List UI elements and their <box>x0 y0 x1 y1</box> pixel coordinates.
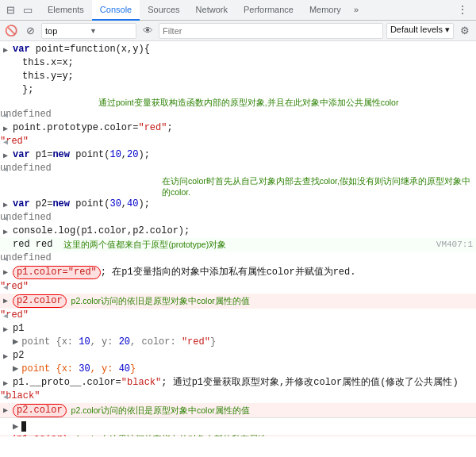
line-text: "red" <box>0 309 473 321</box>
line-text: var point=function(x,y){ <box>13 44 473 56</box>
console-output: ▶ var point=function(x,y){ this.x=x; thi… <box>0 41 476 436</box>
expand-arrow[interactable]: ◀ <box>3 213 8 225</box>
console-line: }; <box>0 83 476 97</box>
context-selector[interactable]: top ▼ <box>41 23 136 39</box>
line-text: point {x: 10, y: 20, color: "red"} <box>21 336 473 348</box>
line-text: p2 <box>13 350 473 362</box>
line-text: console.log(p1.color,p2.color); <box>13 225 473 237</box>
line-text: undefined <box>0 212 473 224</box>
console-line: ◀ undefined <box>0 211 476 225</box>
console-prompt: ▶ <box>13 421 18 432</box>
mobile-toggle-button[interactable]: ▭ <box>21 3 35 17</box>
context-value: top <box>45 26 88 36</box>
devtools-toggle-button[interactable]: ⊟ <box>3 3 17 17</box>
line-text: undefined <box>0 109 473 121</box>
context-dropdown-icon: ▼ <box>90 27 132 35</box>
console-line: ▶ p2.color p2.color访问的依旧是原型对象中color属性的值 <box>0 403 476 418</box>
tab-bar: ⊟ ▭ Elements Console Sources Network Per… <box>0 0 476 21</box>
console-line: ▶ var p2=new point(30,40); <box>0 198 476 211</box>
console-line: ▶ p1.color="red"; 在p1变量指向的对象中添加私有属性color… <box>0 265 476 280</box>
line-text: p1.color="red"; 在p1变量指向的对象中添加私有属性color并赋… <box>13 266 473 279</box>
expand-arrow[interactable]: ▶ <box>3 199 8 211</box>
clear-console-button[interactable]: 🚫 <box>3 23 19 39</box>
console-line: red red 这里的两个值都来自于原型(prototype)对象 VM407:… <box>0 238 476 252</box>
console-line: ◀ "black" <box>0 390 476 403</box>
line-text: "red" <box>0 136 473 148</box>
toolbar: 🚫 ⊘ top ▼ 👁 Default levels ▾ ⚙ <box>0 21 476 41</box>
console-line: ◀ "red" <box>0 309 476 322</box>
filter-input[interactable] <box>159 23 383 39</box>
filter-toggle-button[interactable]: ⊘ <box>22 23 38 39</box>
line-text: p2.color p2.color访问的依旧是原型对象中color属性的值 <box>13 294 473 308</box>
settings-icon[interactable]: ⋮ <box>452 3 473 17</box>
line-text: var p1=new point(10,20); <box>13 149 473 161</box>
expand-arrow[interactable]: ◀ <box>3 136 8 148</box>
console-line: ▶ point {x: 10, y: 20, color: "red"} <box>0 336 476 349</box>
console-line: ◀ undefined <box>0 108 476 121</box>
expand-arrow[interactable]: ▶ <box>3 44 8 56</box>
console-line: ◀ "red" <box>0 135 476 148</box>
line-text: point.prototype.color="red"; <box>13 122 473 134</box>
expand-arrow[interactable]: ◀ <box>3 163 8 175</box>
expand-arrow[interactable]: ▶ <box>3 267 8 278</box>
line-text: undefined <box>0 163 473 175</box>
line-text: p1 <box>13 323 473 335</box>
expand-arrow[interactable]: ▶ <box>3 123 8 135</box>
tab-more-button[interactable]: » <box>351 6 363 15</box>
console-input-line[interactable]: ▶ <box>0 417 476 435</box>
console-line: ◀ undefined <box>0 162 476 175</box>
console-line: this.y=y; <box>0 70 476 83</box>
console-line: ▶ var point=function(x,y){ <box>0 43 476 56</box>
line-text: this.y=y; <box>22 71 473 83</box>
console-line: ▶ p1.__proto__.color="black"; 通过p1变量获取原型… <box>0 376 476 390</box>
tab-console[interactable]: Console <box>92 0 140 21</box>
expand-arrow[interactable]: ▶ <box>3 324 8 336</box>
expand-arrow[interactable]: ◀ <box>3 253 8 265</box>
expand-arrow[interactable]: ◀ <box>3 282 8 294</box>
expand-arrow[interactable]: ▶ <box>3 405 8 417</box>
console-line: ▶ console.log(p1.color,p2.color); <box>0 225 476 238</box>
console-line: ▶ p2 <box>0 349 476 363</box>
vm-link[interactable]: VM407:1 <box>428 239 473 251</box>
line-text: }; <box>22 84 473 96</box>
line-text: p1.__proto__.color="black"; 通过p1变量获取原型对象… <box>13 377 473 389</box>
expand-arrow[interactable]: ▶ <box>3 351 8 363</box>
console-line: ◀ undefined <box>0 252 476 265</box>
expand-arrow[interactable]: ◀ <box>3 391 8 403</box>
console-line: ▶ p1 <box>0 322 476 336</box>
expand-arrow[interactable]: ▶ <box>3 378 8 390</box>
line-text: undefined <box>0 252 473 264</box>
line-text: red red 这里的两个值都来自于原型(prototype)对象 VM407:… <box>13 239 473 251</box>
console-line: this.x=x; <box>0 56 476 70</box>
line-text: p2.color p2.color访问的依旧是原型对象中color属性的值 <box>13 404 473 417</box>
console-line: ▶ p2.color p2.color访问的依旧是原型对象中color属性的值 <box>0 294 476 309</box>
console-settings-button[interactable]: ⚙ <box>457 23 473 39</box>
console-cursor <box>21 421 26 432</box>
line-text: "black" <box>0 390 473 402</box>
expand-arrow[interactable]: ▶ <box>3 150 8 162</box>
tab-memory[interactable]: Memory <box>301 0 349 21</box>
tab-network[interactable]: Network <box>188 0 236 21</box>
console-line: ◀ "red" <box>0 280 476 294</box>
tab-sources[interactable]: Sources <box>140 0 187 21</box>
expand-arrow[interactable]: ◀ <box>3 109 8 121</box>
tab-elements[interactable]: Elements <box>40 0 92 21</box>
annotation: 通过point变量获取构造函数内部的原型对象,并且在此对象中添加公共属性colo… <box>95 97 476 108</box>
console-line: ▶ var p1=new point(10,20); <box>0 148 476 162</box>
annotation: 在访问color时首先从自己对象内部去查找color,假如没有则访问继承的原型对… <box>159 175 476 198</box>
console-line: ▶ point.prototype.color="red"; <box>0 121 476 135</box>
log-level-selector[interactable]: Default levels ▾ <box>386 23 454 39</box>
expand-arrow[interactable]: ▶ <box>3 226 8 238</box>
expand-arrow[interactable]: ▶ <box>3 295 8 307</box>
eye-button[interactable]: 👁 <box>140 23 155 39</box>
line-text: "red" <box>0 281 473 293</box>
line-text: point {x: 30, y: 40} <box>21 363 473 375</box>
expand-arrow[interactable]: ◀ <box>3 310 8 322</box>
tab-performance[interactable]: Performance <box>236 0 301 21</box>
console-line: ▶ point {x: 30, y: 40} <box>0 363 476 376</box>
line-text: var p2=new point(30,40); <box>13 198 473 210</box>
tab-icon-group: ⊟ ▭ <box>3 3 35 17</box>
line-text: this.x=x; <box>22 57 473 69</box>
